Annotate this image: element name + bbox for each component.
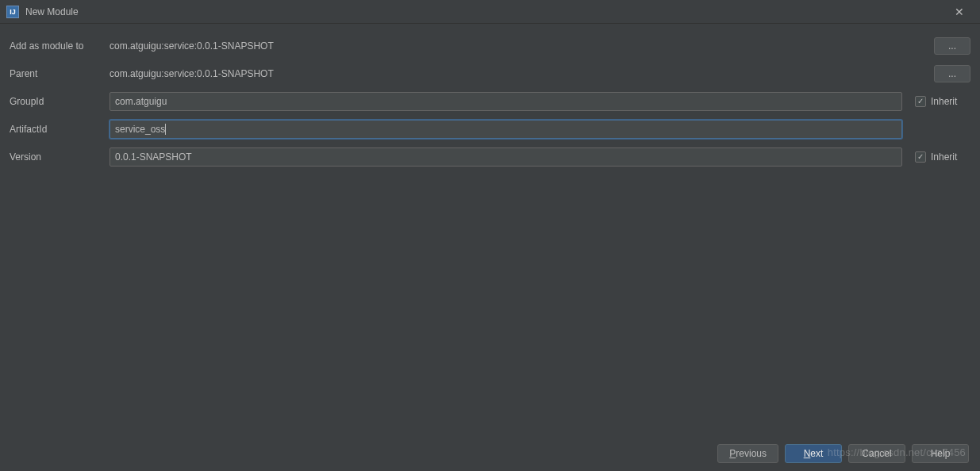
footer-buttons: Previous Next Cancel Help bbox=[717, 444, 969, 463]
row-parent: Parent com.atguigu:service:0.0.1-SNAPSHO… bbox=[10, 59, 970, 87]
app-icon: IJ bbox=[6, 6, 19, 18]
row-add-as-module: Add as module to com.atguigu:service:0.0… bbox=[10, 32, 970, 59]
row-version: Version ✓ Inherit bbox=[10, 143, 970, 170]
artifact-id-value: service_oss bbox=[115, 124, 165, 135]
label-parent: Parent bbox=[10, 68, 110, 79]
form-area: Add as module to com.atguigu:service:0.0… bbox=[0, 24, 980, 170]
next-rest: ext bbox=[810, 448, 823, 459]
group-id-inherit-checkbox[interactable]: ✓ bbox=[915, 96, 926, 107]
close-button[interactable]: ✕ bbox=[945, 1, 974, 23]
group-id-inherit-label: Inherit bbox=[931, 96, 957, 107]
value-parent: com.atguigu:service:0.0.1-SNAPSHOT bbox=[110, 68, 928, 79]
label-artifact-id: ArtifactId bbox=[10, 124, 110, 135]
next-button[interactable]: Next bbox=[785, 444, 842, 463]
value-add-as-module: com.atguigu:service:0.0.1-SNAPSHOT bbox=[110, 40, 928, 52]
cancel-button[interactable]: Cancel bbox=[848, 444, 905, 463]
row-artifact-id: ArtifactId service_oss bbox=[10, 115, 970, 143]
label-group-id: GroupId bbox=[10, 96, 110, 107]
artifact-id-input[interactable]: service_oss bbox=[110, 120, 902, 139]
version-input[interactable] bbox=[110, 147, 902, 167]
help-button[interactable]: Help bbox=[912, 444, 969, 463]
row-group-id: GroupId ✓ Inherit bbox=[10, 87, 970, 115]
window-title: New Module bbox=[25, 6, 79, 17]
version-inherit-label: Inherit bbox=[931, 151, 957, 163]
previous-button[interactable]: Previous bbox=[717, 444, 778, 463]
titlebar: IJ New Module ✕ bbox=[0, 0, 980, 24]
label-add-as-module: Add as module to bbox=[10, 40, 110, 52]
text-caret bbox=[165, 124, 166, 135]
version-inherit-checkbox[interactable]: ✓ bbox=[915, 151, 926, 163]
label-version: Version bbox=[10, 151, 110, 163]
previous-rest: revious bbox=[736, 448, 767, 459]
browse-parent-button[interactable]: ... bbox=[934, 65, 970, 82]
group-id-input[interactable] bbox=[110, 92, 902, 111]
browse-add-as-module-button[interactable]: ... bbox=[934, 37, 970, 55]
